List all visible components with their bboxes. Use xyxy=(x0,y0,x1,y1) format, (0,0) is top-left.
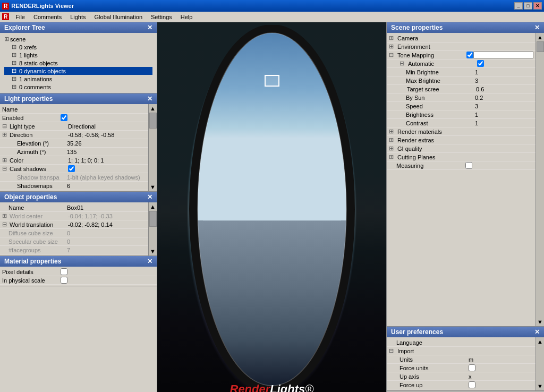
tonemapping-input[interactable] xyxy=(473,52,533,58)
light-color-row: ⊞ Color 1; 1; 1; 0; 0; 1 xyxy=(0,156,148,165)
titlebar-left: R RENDERLights Viewer xyxy=(2,3,74,10)
explorer-tree-close[interactable]: ✕ xyxy=(147,24,152,31)
light-enabled-row: Enabled xyxy=(0,114,148,122)
menu-comments[interactable]: Comments xyxy=(31,13,64,21)
prefs-forceunits-row: Force units xyxy=(387,364,536,372)
scene-scroll-up[interactable]: ▲ xyxy=(537,33,543,41)
measuring-checkbox[interactable] xyxy=(465,162,472,169)
maximize-button[interactable]: □ xyxy=(524,2,532,10)
prefs-forceup-row: Force up xyxy=(387,381,536,389)
menu-file[interactable]: File xyxy=(13,13,27,21)
tree-item-xrefs[interactable]: ⊞0 xrefs xyxy=(4,43,152,51)
obj-worldtranslation-expand[interactable]: ⊟ xyxy=(2,221,8,228)
obj-scroll-up[interactable]: ▲ xyxy=(150,202,156,211)
scene-scroll-thumb[interactable] xyxy=(537,41,544,52)
light-enabled-checkbox[interactable] xyxy=(61,114,67,121)
light-name-row: Name xyxy=(0,105,148,114)
titlebar: R RENDERLights Viewer _ □ ✕ xyxy=(0,0,544,12)
light-type-expand[interactable]: ⊟ xyxy=(2,123,8,130)
tree-item-scene[interactable]: ⊞scene xyxy=(4,35,152,43)
tree-item-dynamic-objects[interactable]: ⊟0 dynamic objects xyxy=(4,67,152,75)
light-properties-section: Light properties ✕ Name Enabled ⊟ Light xyxy=(0,93,157,192)
svg-rect-5 xyxy=(265,75,279,86)
light-properties-header: Light properties ✕ xyxy=(0,93,157,104)
light-props-scrollbar[interactable]: ▲ ▼ xyxy=(148,104,157,191)
light-shadowmaps-row: Shadowmaps 6 xyxy=(0,182,148,190)
scene-scroll-down[interactable]: ▼ xyxy=(537,318,543,326)
tonemapping-checkbox[interactable] xyxy=(466,52,473,58)
object-props-content: Name Box01 ⊞ World center -0.04; 1.17; -… xyxy=(0,202,148,255)
obj-scroll-down[interactable]: ▼ xyxy=(150,247,156,255)
tree-item-comments[interactable]: ⊞0 comments xyxy=(4,83,152,91)
scene-props-scrollbar[interactable]: ▲ ▼ xyxy=(536,33,544,326)
scene-measuring-row: Measuring xyxy=(387,161,536,170)
obj-worldcenter-expand[interactable]: ⊞ xyxy=(2,212,8,219)
obj-scroll-thumb[interactable] xyxy=(149,211,157,227)
light-direction-row: ⊞ Direction -0.58; -0.58; -0.58 xyxy=(0,131,148,139)
prefs-scrollbar[interactable]: ▲ ▼ xyxy=(536,337,544,390)
scene-minbrightness-row: Min Brightne 1 xyxy=(387,68,536,76)
light-direction-expand[interactable]: ⊞ xyxy=(2,131,8,138)
scene-properties-header: Scene properties ✕ xyxy=(387,22,544,33)
material-props-content: Pixel details In physical scale xyxy=(0,267,157,286)
force-units-checkbox[interactable] xyxy=(469,364,475,371)
mat-inphysicalscale-checkbox[interactable] xyxy=(61,277,67,284)
svg-rect-3 xyxy=(193,220,351,390)
light-castshadows-checkbox[interactable] xyxy=(68,165,75,172)
light-properties-close[interactable]: ✕ xyxy=(147,95,152,103)
obj-props-scrollbar[interactable]: ▲ ▼ xyxy=(148,202,157,255)
tree-item-animations[interactable]: ⊞1 animations xyxy=(4,75,152,83)
scroll-down-arrow[interactable]: ▼ xyxy=(150,183,156,191)
explorer-tree-section: Explorer Tree ✕ ⊞scene ⊞0 xrefs ⊞1 light… xyxy=(0,22,157,93)
automatic-checkbox[interactable] xyxy=(477,60,484,67)
user-preferences-close[interactable]: ✕ xyxy=(534,328,540,336)
mat-inphysicalscale-row: In physical scale xyxy=(0,276,157,285)
minimize-button[interactable]: _ xyxy=(514,2,523,10)
scroll-up-arrow[interactable]: ▲ xyxy=(150,104,156,113)
light-azimuth-row: Azimuth (°) 135 xyxy=(0,148,148,156)
prefs-scroll-down[interactable]: ▼ xyxy=(537,382,543,390)
prefs-import-row[interactable]: ⊟ Import xyxy=(387,347,536,355)
scene-maxbrightness-row: Max Brightne 3 xyxy=(387,76,536,85)
obj-specularcube-row: Specular cube size 0 xyxy=(0,237,148,246)
close-button[interactable]: ✕ xyxy=(533,2,542,10)
scene-rendermaterials-row[interactable]: ⊞ Render materials xyxy=(387,127,536,136)
viewport: RenderLights® xyxy=(157,22,386,392)
prefs-scroll-up[interactable]: ▲ xyxy=(537,337,543,346)
light-castshadows-expand[interactable]: ⊟ xyxy=(2,165,8,172)
left-panel: Explorer Tree ✕ ⊞scene ⊞0 xrefs ⊞1 light… xyxy=(0,22,157,392)
object-properties-close[interactable]: ✕ xyxy=(147,193,152,201)
logo-render: Render xyxy=(230,382,270,392)
menu-global-illumination[interactable]: Global Illumination xyxy=(92,13,145,21)
menu-settings[interactable]: Settings xyxy=(149,13,174,21)
light-color-expand[interactable]: ⊞ xyxy=(2,157,8,164)
tonemapping-expand[interactable]: ⊟ xyxy=(389,52,396,58)
scene-cuttingplanes-row[interactable]: ⊞ Cutting Planes xyxy=(387,153,536,161)
tree-item-lights[interactable]: ⊞1 lights xyxy=(4,51,152,59)
oval-svg xyxy=(187,25,357,392)
tree-item-static-objects[interactable]: ⊞8 static objects xyxy=(4,59,152,67)
obj-worldtranslation-row: ⊟ World translation -0.02; -0.82; 0.14 xyxy=(0,220,148,229)
main-layout: Explorer Tree ✕ ⊞scene ⊞0 xrefs ⊞1 light… xyxy=(0,22,544,392)
force-up-checkbox[interactable] xyxy=(469,381,475,388)
obj-worldcenter-row: ⊞ World center -0.04; 1.17; -0.33 xyxy=(0,212,148,220)
menu-help[interactable]: Help xyxy=(178,13,195,21)
mat-pixeldetails-checkbox[interactable] xyxy=(61,268,67,275)
scroll-thumb[interactable] xyxy=(149,113,157,129)
titlebar-buttons[interactable]: _ □ ✕ xyxy=(514,2,542,10)
obj-name-row: Name Box01 xyxy=(0,203,148,212)
object-properties-header: Object properties ✕ xyxy=(0,192,157,202)
scene-automatic-row: ⊟ Automatic xyxy=(387,59,536,68)
scene-properties-section: Scene properties ✕ ⊞ Camera ⊞ Environmen… xyxy=(387,22,544,327)
scene-renderextras-row[interactable]: ⊞ Render extras xyxy=(387,136,536,144)
prefs-language-row: Language xyxy=(387,338,536,347)
scene-camera-row[interactable]: ⊞ Camera xyxy=(387,34,536,42)
scene-props-content: ⊞ Camera ⊞ Environment ⊟ Tone Mapping xyxy=(387,33,536,326)
scene-properties-close[interactable]: ✕ xyxy=(534,24,540,31)
scene-environment-row[interactable]: ⊞ Environment xyxy=(387,42,536,51)
logo-symbol: ® xyxy=(305,382,313,392)
menu-lights[interactable]: Lights xyxy=(68,13,88,21)
material-properties-close[interactable]: ✕ xyxy=(147,258,152,265)
scene-speed-row: Speed 3 xyxy=(387,102,536,110)
scene-giquality-row[interactable]: ⊞ GI quality xyxy=(387,144,536,153)
